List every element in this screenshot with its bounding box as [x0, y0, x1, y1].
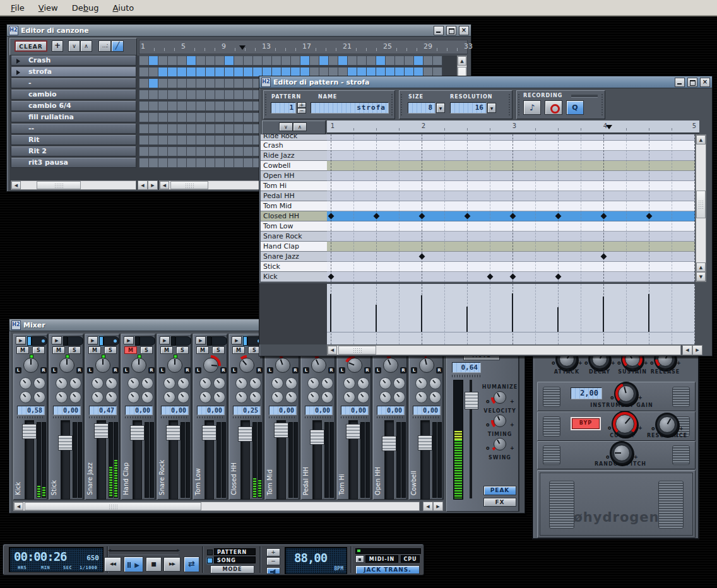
scrollbar-thumb[interactable] [338, 346, 376, 355]
fx-send-knob-1[interactable] [92, 377, 104, 389]
fx-send-knob-1[interactable] [20, 377, 32, 389]
bpm-display[interactable]: 88,00 BPM [285, 547, 347, 574]
song-cell[interactable] [224, 101, 234, 111]
song-cell-active[interactable] [167, 67, 177, 77]
quantize-button[interactable]: Q [566, 100, 584, 115]
song-cell[interactable] [148, 67, 158, 77]
fx-send-knob-1[interactable] [343, 377, 355, 389]
fx-send-knob-3[interactable] [20, 391, 32, 403]
song-cell[interactable] [309, 56, 319, 66]
fader-handle[interactable] [310, 430, 324, 445]
song-cell[interactable] [196, 78, 206, 88]
close-button[interactable]: × [459, 26, 469, 35]
song-cell[interactable] [139, 135, 149, 145]
menu-item-file[interactable]: File [4, 1, 32, 15]
strip-play-button[interactable]: ▶ [52, 336, 62, 344]
song-cell[interactable] [234, 90, 244, 100]
song-cell-active[interactable] [215, 67, 225, 77]
song-cell[interactable] [186, 101, 196, 111]
song-cell-active[interactable] [319, 56, 329, 66]
song-cell[interactable] [243, 158, 253, 168]
fx-send-knob-2[interactable] [393, 377, 405, 389]
velocity-bar[interactable] [557, 307, 559, 332]
song-track-Rit 2[interactable]: Rit 2 [11, 146, 136, 156]
fx-send-knob-4[interactable] [105, 391, 117, 403]
bpm-up-button[interactable]: + [266, 548, 280, 556]
pan-knob[interactable] [417, 356, 436, 375]
stop-button[interactable]: ■ [146, 557, 162, 572]
song-cell[interactable] [196, 124, 206, 134]
song-cell[interactable] [347, 56, 357, 66]
scroll-up-icon[interactable]: ▲ [696, 135, 706, 144]
pattern-horizontal-scrollbar[interactable]: ◀ [327, 345, 681, 355]
instrument-row-hand-clap[interactable]: Hand Clap [261, 242, 327, 252]
instrument-row-open-hh[interactable]: Open HH [261, 171, 327, 181]
strip-mute-button[interactable]: M [232, 346, 245, 354]
song-cell[interactable] [177, 135, 187, 145]
song-cell[interactable] [243, 124, 253, 134]
fx-send-knob-3[interactable] [235, 391, 247, 403]
song-cell[interactable] [215, 146, 225, 156]
song-cell-active[interactable] [148, 56, 158, 66]
strip-play-button[interactable]: ▶ [88, 336, 98, 344]
song-cell[interactable] [243, 112, 253, 122]
song-track-cambio[interactable]: cambio [11, 90, 136, 100]
song-cell[interactable] [234, 135, 244, 145]
song-cell[interactable] [139, 78, 149, 88]
song-cell[interactable] [177, 124, 187, 134]
minimize-button[interactable] [675, 78, 685, 87]
instrument-row-snare-rock[interactable]: Snare Rock [261, 232, 327, 242]
song-cell[interactable] [177, 90, 187, 100]
velocity-bar[interactable] [512, 293, 513, 332]
strip-play-button[interactable]: ▶ [124, 336, 134, 344]
fx-send-knob-1[interactable] [127, 377, 139, 389]
song-cell[interactable] [196, 146, 206, 156]
song-cell[interactable] [148, 124, 158, 134]
song-cell[interactable] [262, 56, 272, 66]
song-cell-active[interactable] [205, 67, 215, 77]
fx-send-knob-4[interactable] [285, 391, 297, 403]
strip-mute-button[interactable]: M [160, 346, 173, 354]
song-cell[interactable] [328, 56, 338, 66]
song-cell[interactable] [234, 78, 244, 88]
menu-item-aiuto[interactable]: Aiuto [105, 1, 141, 15]
fx-send-knob-1[interactable] [415, 377, 427, 389]
song-cell[interactable] [158, 78, 168, 88]
play-pause-button[interactable]: ▶ [124, 556, 143, 572]
song-cell-active[interactable] [186, 67, 196, 77]
song-cell[interactable] [158, 90, 168, 100]
song-cell[interactable] [394, 56, 405, 66]
song-cell-active[interactable] [196, 67, 206, 77]
song-cell[interactable] [205, 124, 215, 134]
pan-knob[interactable] [93, 356, 112, 375]
song-cell[interactable] [139, 158, 149, 168]
pattern-number-up-button[interactable]: + [297, 102, 306, 108]
song-cell[interactable] [205, 90, 215, 100]
song-cell[interactable] [234, 124, 244, 134]
song-cell[interactable] [243, 78, 253, 88]
song-cell[interactable] [205, 135, 215, 145]
resonance-knob[interactable] [657, 415, 677, 435]
fader-handle[interactable] [94, 423, 109, 438]
song-track-Crash[interactable]: Crash [11, 56, 136, 66]
song-cell-active[interactable] [243, 67, 253, 77]
metronome-button[interactable] [266, 567, 280, 574]
velocity-bar[interactable] [648, 294, 649, 332]
instrument-row-ride-jazz[interactable]: Ride Jazz [261, 151, 327, 161]
song-names-scrollbar[interactable]: ◀ [11, 180, 136, 190]
fx-send-knob-1[interactable] [307, 377, 319, 389]
scroll-left-icon[interactable]: ◀ [160, 181, 169, 189]
song-cell-active[interactable] [224, 56, 234, 66]
song-track-strofa[interactable]: strofa [11, 67, 136, 77]
fx-send-knob-1[interactable] [163, 377, 175, 389]
song-cell-active[interactable] [177, 67, 187, 77]
pattern-row[interactable] [327, 232, 695, 242]
pattern-grid[interactable] [327, 134, 695, 282]
song-cell[interactable] [167, 101, 177, 111]
scroll-right-icon[interactable]: ▶ [433, 502, 443, 511]
song-cell[interactable] [139, 56, 149, 66]
instrument-row-tom-hi[interactable]: Tom Hi [261, 181, 327, 191]
song-cell[interactable] [158, 101, 168, 111]
song-track-rit3 pausa[interactable]: rit3 pausa [11, 158, 136, 168]
fader-handle[interactable] [382, 436, 396, 451]
